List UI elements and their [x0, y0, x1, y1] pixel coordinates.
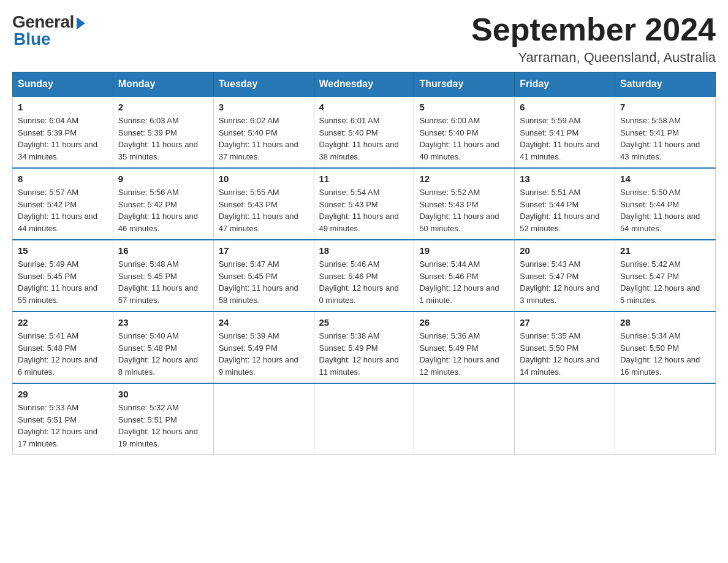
day-info: Sunrise: 5:48 AM Sunset: 5:45 PM Dayligh…	[118, 258, 208, 306]
calendar-cell: 20 Sunrise: 5:43 AM Sunset: 5:47 PM Dayl…	[515, 240, 615, 312]
day-number: 13	[520, 174, 610, 184]
day-info: Sunrise: 5:38 AM Sunset: 5:49 PM Dayligh…	[319, 330, 409, 378]
calendar-cell: 6 Sunrise: 5:59 AM Sunset: 5:41 PM Dayli…	[515, 96, 615, 168]
weekday-header-thursday: Thursday	[414, 72, 515, 97]
day-number: 12	[419, 174, 509, 184]
calendar-cell: 10 Sunrise: 5:55 AM Sunset: 5:43 PM Dayl…	[213, 168, 314, 240]
calendar-cell: 15 Sunrise: 5:49 AM Sunset: 5:45 PM Dayl…	[13, 240, 113, 312]
day-number: 10	[219, 174, 309, 184]
day-info: Sunrise: 5:55 AM Sunset: 5:43 PM Dayligh…	[219, 186, 309, 234]
weekday-header-friday: Friday	[515, 72, 615, 97]
calendar-cell: 11 Sunrise: 5:54 AM Sunset: 5:43 PM Dayl…	[314, 168, 414, 240]
day-info: Sunrise: 5:41 AM Sunset: 5:48 PM Dayligh…	[18, 330, 108, 378]
day-info: Sunrise: 5:43 AM Sunset: 5:47 PM Dayligh…	[520, 258, 610, 306]
day-number: 28	[620, 317, 710, 327]
calendar-cell: 26 Sunrise: 5:36 AM Sunset: 5:49 PM Dayl…	[414, 312, 515, 383]
calendar-cell: 30 Sunrise: 5:32 AM Sunset: 5:51 PM Dayl…	[113, 383, 213, 455]
day-number: 11	[319, 174, 409, 184]
day-info: Sunrise: 5:50 AM Sunset: 5:44 PM Dayligh…	[620, 186, 710, 234]
calendar-cell: 1 Sunrise: 6:04 AM Sunset: 5:39 PM Dayli…	[13, 96, 113, 168]
day-info: Sunrise: 5:44 AM Sunset: 5:46 PM Dayligh…	[419, 258, 509, 306]
day-number: 22	[18, 317, 108, 327]
day-number: 21	[620, 245, 710, 256]
day-number: 17	[219, 245, 309, 256]
calendar-cell: 3 Sunrise: 6:02 AM Sunset: 5:40 PM Dayli…	[213, 96, 314, 168]
calendar-cell: 25 Sunrise: 5:38 AM Sunset: 5:49 PM Dayl…	[314, 312, 414, 383]
calendar-cell: 8 Sunrise: 5:57 AM Sunset: 5:42 PM Dayli…	[13, 168, 113, 240]
day-info: Sunrise: 5:49 AM Sunset: 5:45 PM Dayligh…	[18, 258, 108, 306]
day-number: 23	[118, 317, 208, 327]
day-number: 1	[18, 102, 108, 112]
week-row-3: 15 Sunrise: 5:49 AM Sunset: 5:45 PM Dayl…	[13, 240, 716, 312]
day-info: Sunrise: 5:32 AM Sunset: 5:51 PM Dayligh…	[118, 402, 208, 450]
day-info: Sunrise: 5:40 AM Sunset: 5:48 PM Dayligh…	[118, 330, 208, 378]
weekday-header-wednesday: Wednesday	[314, 72, 414, 97]
weekday-header-row: SundayMondayTuesdayWednesdayThursdayFrid…	[13, 72, 716, 97]
weekday-header-tuesday: Tuesday	[213, 72, 314, 97]
day-number: 3	[219, 102, 309, 112]
calendar-cell: 16 Sunrise: 5:48 AM Sunset: 5:45 PM Dayl…	[113, 240, 213, 312]
calendar-cell: 27 Sunrise: 5:35 AM Sunset: 5:50 PM Dayl…	[515, 312, 615, 383]
calendar-cell: 24 Sunrise: 5:39 AM Sunset: 5:49 PM Dayl…	[213, 312, 314, 383]
logo-blue-text: Blue	[12, 29, 51, 49]
calendar-cell: 14 Sunrise: 5:50 AM Sunset: 5:44 PM Dayl…	[615, 168, 716, 240]
day-number: 26	[419, 317, 509, 327]
logo-arrow-icon	[77, 17, 85, 29]
day-info: Sunrise: 5:47 AM Sunset: 5:45 PM Dayligh…	[219, 258, 309, 306]
day-info: Sunrise: 5:35 AM Sunset: 5:50 PM Dayligh…	[520, 330, 610, 378]
week-row-2: 8 Sunrise: 5:57 AM Sunset: 5:42 PM Dayli…	[13, 168, 716, 240]
day-info: Sunrise: 5:54 AM Sunset: 5:43 PM Dayligh…	[319, 186, 409, 234]
day-info: Sunrise: 5:39 AM Sunset: 5:49 PM Dayligh…	[219, 330, 309, 378]
day-number: 29	[18, 389, 108, 399]
logo: General Blue	[12, 12, 85, 49]
calendar-cell: 5 Sunrise: 6:00 AM Sunset: 5:40 PM Dayli…	[414, 96, 515, 168]
weekday-header-sunday: Sunday	[13, 72, 113, 97]
day-number: 19	[419, 245, 509, 256]
week-row-5: 29 Sunrise: 5:33 AM Sunset: 5:51 PM Dayl…	[13, 383, 716, 455]
month-year-title: September 2024	[471, 12, 716, 47]
day-number: 18	[319, 245, 409, 256]
day-info: Sunrise: 5:42 AM Sunset: 5:47 PM Dayligh…	[620, 258, 710, 306]
calendar-cell: 17 Sunrise: 5:47 AM Sunset: 5:45 PM Dayl…	[213, 240, 314, 312]
day-info: Sunrise: 6:03 AM Sunset: 5:39 PM Dayligh…	[118, 115, 208, 163]
day-info: Sunrise: 6:02 AM Sunset: 5:40 PM Dayligh…	[219, 115, 309, 163]
day-info: Sunrise: 5:57 AM Sunset: 5:42 PM Dayligh…	[18, 186, 108, 234]
calendar-cell: 18 Sunrise: 5:46 AM Sunset: 5:46 PM Dayl…	[314, 240, 414, 312]
day-number: 24	[219, 317, 309, 327]
day-number: 5	[419, 102, 509, 112]
day-info: Sunrise: 5:56 AM Sunset: 5:42 PM Dayligh…	[118, 186, 208, 234]
day-info: Sunrise: 5:36 AM Sunset: 5:49 PM Dayligh…	[419, 330, 509, 378]
day-info: Sunrise: 5:52 AM Sunset: 5:43 PM Dayligh…	[419, 186, 509, 234]
location-title: Yarraman, Queensland, Australia	[471, 50, 716, 66]
day-number: 20	[520, 245, 610, 256]
calendar-cell: 23 Sunrise: 5:40 AM Sunset: 5:48 PM Dayl…	[113, 312, 213, 383]
day-number: 6	[520, 102, 610, 112]
title-area: September 2024 Yarraman, Queensland, Aus…	[471, 12, 716, 66]
day-number: 4	[319, 102, 409, 112]
day-info: Sunrise: 5:59 AM Sunset: 5:41 PM Dayligh…	[520, 115, 610, 163]
calendar-cell: 28 Sunrise: 5:34 AM Sunset: 5:50 PM Dayl…	[615, 312, 716, 383]
weekday-header-saturday: Saturday	[615, 72, 716, 97]
day-info: Sunrise: 5:33 AM Sunset: 5:51 PM Dayligh…	[18, 402, 108, 450]
calendar-cell	[314, 383, 414, 455]
calendar-cell: 22 Sunrise: 5:41 AM Sunset: 5:48 PM Dayl…	[13, 312, 113, 383]
calendar-cell: 21 Sunrise: 5:42 AM Sunset: 5:47 PM Dayl…	[615, 240, 716, 312]
day-number: 16	[118, 245, 208, 256]
day-number: 30	[118, 389, 208, 399]
day-info: Sunrise: 5:58 AM Sunset: 5:41 PM Dayligh…	[620, 115, 710, 163]
weekday-header-monday: Monday	[113, 72, 213, 97]
day-number: 25	[319, 317, 409, 327]
day-info: Sunrise: 5:34 AM Sunset: 5:50 PM Dayligh…	[620, 330, 710, 378]
day-info: Sunrise: 6:01 AM Sunset: 5:40 PM Dayligh…	[319, 115, 409, 163]
day-info: Sunrise: 5:46 AM Sunset: 5:46 PM Dayligh…	[319, 258, 409, 306]
day-number: 2	[118, 102, 208, 112]
calendar-cell	[515, 383, 615, 455]
calendar-cell: 4 Sunrise: 6:01 AM Sunset: 5:40 PM Dayli…	[314, 96, 414, 168]
day-info: Sunrise: 5:51 AM Sunset: 5:44 PM Dayligh…	[520, 186, 610, 234]
day-number: 27	[520, 317, 610, 327]
calendar-cell: 19 Sunrise: 5:44 AM Sunset: 5:46 PM Dayl…	[414, 240, 515, 312]
calendar-cell: 9 Sunrise: 5:56 AM Sunset: 5:42 PM Dayli…	[113, 168, 213, 240]
calendar-cell: 12 Sunrise: 5:52 AM Sunset: 5:43 PM Dayl…	[414, 168, 515, 240]
week-row-4: 22 Sunrise: 5:41 AM Sunset: 5:48 PM Dayl…	[13, 312, 716, 383]
calendar-cell: 13 Sunrise: 5:51 AM Sunset: 5:44 PM Dayl…	[515, 168, 615, 240]
